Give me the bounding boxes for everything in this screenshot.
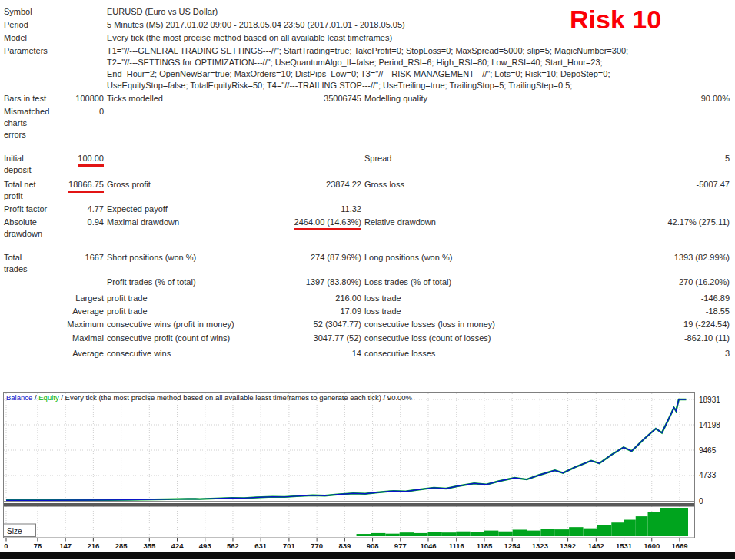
lot-size-bar [584, 529, 597, 536]
x-axis-label: 1046 [420, 542, 436, 550]
x-axis-label: 1116 [449, 542, 464, 550]
parameters-label: Parameters [4, 44, 107, 91]
stat-label: profit trade [107, 288, 253, 304]
stat-label: Initial deposit [4, 141, 52, 176]
x-axis-label: 1462 [588, 542, 604, 550]
row-mismatched-errors: Mismatched charts errors 0 [4, 104, 733, 141]
stat-label: Total net profit [4, 176, 52, 202]
stat-label: Short positions (won %) [107, 240, 253, 275]
underlined-value: 2464.00 (14.63%) [294, 217, 361, 230]
lot-size-bar [414, 533, 427, 536]
stat-label: Mismatched charts errors [4, 104, 52, 141]
stat-label: Expected payoff [107, 202, 253, 215]
lot-size-bar [427, 532, 441, 536]
x-axis-label: 1392 [560, 542, 576, 550]
lot-size-bar [648, 512, 660, 536]
x-axis-label: 1669 [671, 542, 687, 550]
stat-label: Gross loss [364, 176, 546, 202]
row-profit-factor: Profit factor 4.77 Expected payoff 11.32 [4, 202, 733, 215]
lot-size-bar [513, 529, 527, 536]
stat-sublabel: Maximal [52, 330, 107, 344]
balance-chart-panel: Size078147216285355424493562631701770839… [0, 391, 735, 553]
stat-label [4, 330, 52, 344]
underlined-value: 18866.75 [68, 179, 104, 193]
lot-size-bar [527, 531, 540, 536]
stat-label [364, 202, 546, 215]
stat-value: 100.00 [52, 141, 107, 176]
stat-value: 100800 [52, 91, 107, 104]
x-axis-label: 1254 [504, 542, 521, 550]
stat-value: 0.94 [52, 215, 107, 240]
stat-label [4, 288, 52, 304]
stat-value: -5007.47 [546, 176, 733, 202]
stat-label: Profit trades (% of total) [107, 275, 253, 288]
x-axis-label: 355 [143, 542, 156, 550]
stat-value: 19 (-224.54) [546, 317, 733, 330]
legend-model-text: Every tick (the most precise method base… [65, 393, 412, 402]
x-axis-label: 424 [171, 542, 185, 550]
stat-label [4, 304, 52, 317]
stat-value: 42.17% (275.11) [546, 215, 733, 240]
row-parameters: Parameters T1="//---GENERAL TRADING SETT… [4, 44, 733, 91]
stat-value: 1397 (83.80%) [253, 275, 364, 288]
x-axis-label: 78 [34, 542, 42, 550]
row-average-trade: Average profit trade 17.09 loss trade -1… [4, 304, 733, 317]
stat-label: Loss trades (% of total) [364, 275, 546, 288]
stat-sublabel: Average [52, 344, 107, 360]
x-axis-label: 1600 [644, 542, 660, 550]
stat-value: 17.09 [253, 304, 364, 317]
stat-value: 23874.22 [253, 176, 364, 202]
model-label: Model [4, 31, 107, 44]
row-largest-trade: Largest profit trade 216.00 loss trade -… [4, 288, 733, 304]
underlined-value: 100.00 [78, 153, 104, 167]
x-axis-label: 977 [394, 542, 407, 550]
row-total-net-profit: Total net profit 18866.75 Gross profit 2… [4, 176, 733, 202]
x-axis-label: 1323 [532, 542, 548, 550]
stat-label [107, 141, 253, 176]
stat-value: 14 [253, 344, 364, 360]
stat-value: 3047.77 (52) [253, 330, 364, 344]
row-maximal-consecutive: Maximal consecutive profit (count of win… [4, 330, 733, 344]
row-bars-in-test: Bars in test 100800 Ticks modelled 35006… [4, 91, 733, 104]
stat-value: 216.00 [253, 288, 364, 304]
x-axis-label: 701 [283, 542, 296, 550]
stat-label: loss trade [364, 288, 546, 304]
stat-label: Spread [364, 141, 546, 176]
x-axis-label: 1185 [477, 542, 493, 550]
parameters-value: T1="//---GENERAL TRADING SETTINGS---//";… [107, 44, 733, 91]
balance-chart-svg: Size078147216285355424493562631701770839… [0, 391, 735, 553]
x-axis-label: 216 [87, 542, 99, 550]
lot-size-bar [540, 529, 554, 536]
x-axis-label: 0 [4, 542, 8, 550]
stat-value: 35006745 [253, 91, 364, 104]
size-label: Size [7, 527, 22, 535]
lot-size-bar [498, 532, 512, 536]
lot-size-bar [371, 533, 385, 536]
lot-size-bar [456, 532, 470, 536]
stat-label: consecutive loss (count of losses) [364, 330, 546, 344]
stat-value: 90.00% [546, 91, 733, 104]
stat-value [546, 202, 733, 215]
stat-label: Relative drawdown [364, 215, 546, 240]
lot-size-bar [569, 527, 583, 536]
chart-background [3, 392, 695, 538]
stat-value [253, 104, 364, 141]
row-maximum-consecutive: Maximum consecutive wins (profit in mone… [4, 317, 733, 330]
row-total-trades: Total trades 1667 Short positions (won %… [4, 240, 733, 275]
stat-label: consecutive losses [364, 344, 546, 360]
x-axis-label: 493 [199, 542, 211, 550]
stat-label: Long positions (won %) [364, 240, 546, 275]
stat-label: Bars in test [4, 91, 52, 104]
stat-value [52, 275, 107, 288]
row-initial-deposit: Initial deposit 100.00 Spread 5 [4, 141, 733, 176]
lot-size-bar [636, 516, 648, 536]
stat-value: -862.10 (11) [546, 330, 733, 344]
lot-size-bar [385, 534, 399, 536]
x-axis-label: 770 [311, 542, 323, 550]
y-axis-label: 0 [699, 497, 703, 505]
y-axis-label: 4733 [699, 471, 717, 479]
strategy-tester-report: Risk 10 Symbol EURUSD (Euro vs US Dollar… [0, 0, 735, 560]
stat-value: 0 [52, 104, 107, 141]
x-axis-label: 285 [115, 542, 128, 550]
row-drawdown: Absolute drawdown 0.94 Maximal drawdown … [4, 215, 733, 240]
